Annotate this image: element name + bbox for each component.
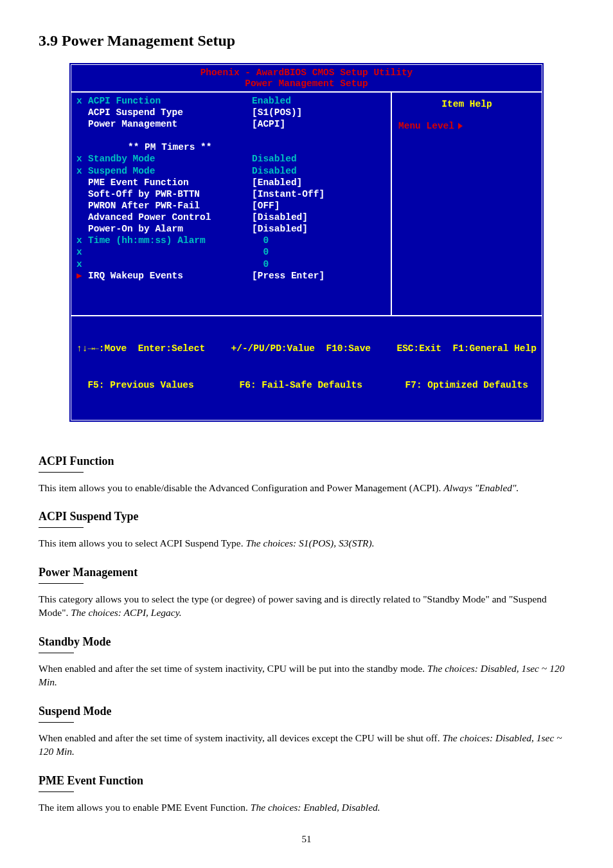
setting-value[interactable]: [S1(POS)] bbox=[252, 107, 302, 118]
section-title: ACPI Function bbox=[39, 455, 574, 468]
setting-value[interactable]: [Enabled] bbox=[252, 177, 302, 188]
row-marker-icon: ▶ bbox=[76, 270, 88, 282]
bios-setting-row[interactable]: xTime (hh:mm:ss) Alarm 0 bbox=[76, 235, 386, 246]
setting-value[interactable]: [Instant-Off] bbox=[252, 188, 324, 200]
setting-value[interactable]: [OFF] bbox=[252, 200, 280, 212]
setting-label: Power-On by Alarm bbox=[88, 223, 252, 235]
setting-label: PME Event Function bbox=[88, 177, 252, 188]
row-marker-icon: x bbox=[76, 258, 88, 270]
setting-label: ACPI Suspend Type bbox=[88, 107, 252, 118]
row-marker-icon bbox=[76, 107, 88, 118]
footer-f5: F5: Previous Values bbox=[76, 379, 205, 392]
section-underline bbox=[39, 653, 74, 653]
bios-help-pane: Item Help Menu Level bbox=[391, 93, 542, 315]
bios-left-pane: xACPI FunctionEnabled ACPI Suspend Type[… bbox=[71, 93, 391, 315]
bios-setting-row[interactable]: ACPI Suspend Type[S1(POS)] bbox=[76, 107, 386, 118]
setting-label bbox=[88, 246, 252, 258]
row-marker-icon: x bbox=[76, 153, 88, 165]
section-title: PME Event Function bbox=[39, 774, 574, 788]
menu-level-label: Menu Level bbox=[398, 121, 454, 131]
row-marker-icon: x bbox=[76, 165, 88, 177]
bios-footer: ↑↓→←:Move Enter:Select F5: Previous Valu… bbox=[71, 316, 542, 420]
bios-setting-row[interactable]: PWRON After PWR-Fail[OFF] bbox=[76, 200, 386, 212]
setting-label bbox=[88, 258, 252, 270]
setting-value[interactable]: Disabled bbox=[252, 165, 297, 177]
setting-value[interactable]: Enabled bbox=[252, 95, 291, 107]
bios-setting-row[interactable]: xStandby ModeDisabled bbox=[76, 153, 386, 165]
bios-title: Phoenix - AwardBIOS CMOS Setup Utility P… bbox=[71, 65, 542, 91]
section-underline bbox=[39, 583, 84, 584]
row-marker-icon: x bbox=[76, 235, 88, 246]
bios-setting-row[interactable]: Soft-Off by PWR-BTTN[Instant-Off] bbox=[76, 188, 386, 200]
row-marker-icon bbox=[76, 223, 88, 235]
setting-label: Power Management bbox=[88, 118, 252, 130]
footer-move: ↑↓→←:Move Enter:Select bbox=[76, 343, 205, 355]
footer-col3: ESC:Exit F1:General Help F7: Optimized D… bbox=[396, 319, 537, 416]
row-marker-icon bbox=[76, 188, 88, 200]
setting-value[interactable]: 0 bbox=[252, 246, 269, 258]
footer-value: +/-/PU/PD:Value F10:Save bbox=[231, 343, 371, 355]
section-body: This item allows you to enable/disable t… bbox=[39, 482, 574, 495]
bios-setting-row[interactable]: Advanced Power Control[Disabled] bbox=[76, 212, 386, 223]
row-marker-icon: x bbox=[76, 246, 88, 258]
row-marker-icon: x bbox=[76, 95, 88, 107]
setting-label: Advanced Power Control bbox=[88, 212, 252, 223]
setting-value[interactable]: [Disabled] bbox=[252, 212, 308, 223]
section-underline bbox=[39, 722, 74, 723]
section-underline bbox=[39, 791, 74, 792]
bios-setting-row[interactable]: xSuspend ModeDisabled bbox=[76, 165, 386, 177]
bios-setting-row[interactable]: ▶IRQ Wakeup Events[Press Enter] bbox=[76, 270, 386, 282]
bios-setting-row[interactable]: xACPI FunctionEnabled bbox=[76, 95, 386, 107]
setting-value[interactable]: [Disabled] bbox=[252, 223, 308, 235]
section-title: ACPI Suspend Type bbox=[39, 510, 574, 523]
setting-label: Standby Mode bbox=[88, 153, 252, 165]
footer-f7: F7: Optimized Defaults bbox=[396, 379, 537, 392]
row-marker-icon bbox=[76, 212, 88, 223]
setting-label: ACPI Function bbox=[88, 95, 252, 107]
section-underline bbox=[39, 527, 84, 528]
row-marker-icon bbox=[76, 177, 88, 188]
section-body: This item allows you to select ACPI Susp… bbox=[39, 537, 574, 550]
section-body: When enabled and after the set time of s… bbox=[39, 732, 574, 759]
setting-label: Suspend Mode bbox=[88, 165, 252, 177]
bios-setting-row[interactable]: x 0 bbox=[76, 246, 386, 258]
setting-value[interactable]: [Press Enter] bbox=[252, 270, 324, 282]
bios-setting-row[interactable]: x 0 bbox=[76, 258, 386, 270]
item-help-title: Item Help bbox=[398, 99, 535, 109]
chevron-right-icon bbox=[458, 123, 463, 129]
setting-value[interactable]: [ACPI] bbox=[252, 118, 285, 130]
section-body: This category allows you to select the t… bbox=[39, 593, 574, 620]
bios-body: xACPI FunctionEnabled ACPI Suspend Type[… bbox=[71, 91, 542, 316]
footer-col2: +/-/PU/PD:Value F10:Save F6: Fail-Safe D… bbox=[231, 319, 371, 416]
bios-setting-row[interactable]: PME Event Function[Enabled] bbox=[76, 177, 386, 188]
setting-label: IRQ Wakeup Events bbox=[88, 270, 252, 282]
section-title: Power Management bbox=[39, 566, 574, 579]
section-underline bbox=[39, 472, 84, 473]
setting-value[interactable]: 0 bbox=[252, 258, 269, 270]
footer-col1: ↑↓→←:Move Enter:Select F5: Previous Valu… bbox=[76, 319, 205, 416]
menu-level: Menu Level bbox=[398, 121, 535, 131]
setting-label: Soft-Off by PWR-BTTN bbox=[88, 188, 252, 200]
bios-title-line2: Power Management Setup bbox=[71, 78, 542, 89]
section-body: The item allows you to enable PME Event … bbox=[39, 801, 574, 815]
page-number: 51 bbox=[39, 834, 574, 845]
bios-screenshot: Phoenix - AwardBIOS CMOS Setup Utility P… bbox=[69, 62, 544, 422]
section-title: Suspend Mode bbox=[39, 705, 574, 718]
footer-esc: ESC:Exit F1:General Help bbox=[396, 343, 537, 355]
bios-setting-row[interactable]: Power-On by Alarm[Disabled] bbox=[76, 223, 386, 235]
row-marker-icon bbox=[76, 200, 88, 212]
setting-value[interactable]: 0 bbox=[252, 235, 269, 246]
section-title: Standby Mode bbox=[39, 635, 574, 649]
footer-f6: F6: Fail-Safe Defaults bbox=[231, 379, 371, 392]
pm-timers-header: ** PM Timers ** bbox=[76, 141, 386, 153]
setting-label: Time (hh:mm:ss) Alarm bbox=[88, 235, 252, 246]
setting-value[interactable]: Disabled bbox=[252, 153, 297, 165]
bios-title-line1: Phoenix - AwardBIOS CMOS Setup Utility bbox=[71, 68, 542, 78]
section-body: When enabled and after the set time of s… bbox=[39, 662, 574, 689]
page-heading: 3.9 Power Management Setup bbox=[39, 32, 574, 50]
bios-setting-row[interactable]: Power Management[ACPI] bbox=[76, 118, 386, 130]
row-marker-icon bbox=[76, 118, 88, 130]
blank-row bbox=[76, 130, 386, 141]
setting-label: PWRON After PWR-Fail bbox=[88, 200, 252, 212]
